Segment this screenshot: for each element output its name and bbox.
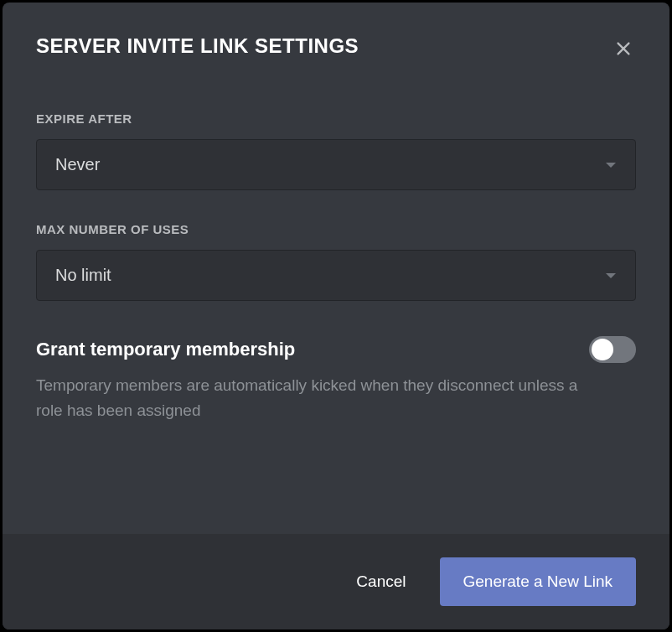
max-uses-select[interactable]: No limit <box>36 250 636 301</box>
modal-body: Expire After Never Max Number of Uses No… <box>3 61 669 534</box>
expire-after-label: Expire After <box>36 111 636 126</box>
cancel-button[interactable]: Cancel <box>346 564 416 599</box>
max-uses-select-wrapper: No limit <box>36 250 636 301</box>
modal-footer: Cancel Generate a New Link <box>3 534 669 629</box>
expire-after-value: Never <box>55 155 100 174</box>
temp-membership-section: Grant temporary membership Temporary mem… <box>36 336 636 424</box>
modal-header: Server Invite Link Settings <box>3 3 669 61</box>
max-uses-value: No limit <box>55 266 111 285</box>
expire-after-select-wrapper: Never <box>36 139 636 190</box>
max-uses-section: Max Number of Uses No limit <box>36 222 636 301</box>
toggle-knob <box>592 339 613 360</box>
temp-membership-description: Temporary members are automatically kick… <box>36 373 606 424</box>
modal-title: Server Invite Link Settings <box>36 34 359 58</box>
close-button[interactable] <box>611 36 636 61</box>
temp-membership-row: Grant temporary membership <box>36 336 636 363</box>
chevron-down-icon <box>605 161 617 169</box>
expire-after-section: Expire After Never <box>36 111 636 190</box>
invite-settings-modal: Server Invite Link Settings Expire After… <box>3 3 669 629</box>
chevron-down-icon <box>605 272 617 280</box>
temp-membership-title: Grant temporary membership <box>36 339 295 360</box>
expire-after-select[interactable]: Never <box>36 139 636 190</box>
max-uses-label: Max Number of Uses <box>36 222 636 236</box>
temp-membership-toggle[interactable] <box>589 336 636 363</box>
close-icon <box>614 39 633 58</box>
generate-link-button[interactable]: Generate a New Link <box>440 557 637 606</box>
